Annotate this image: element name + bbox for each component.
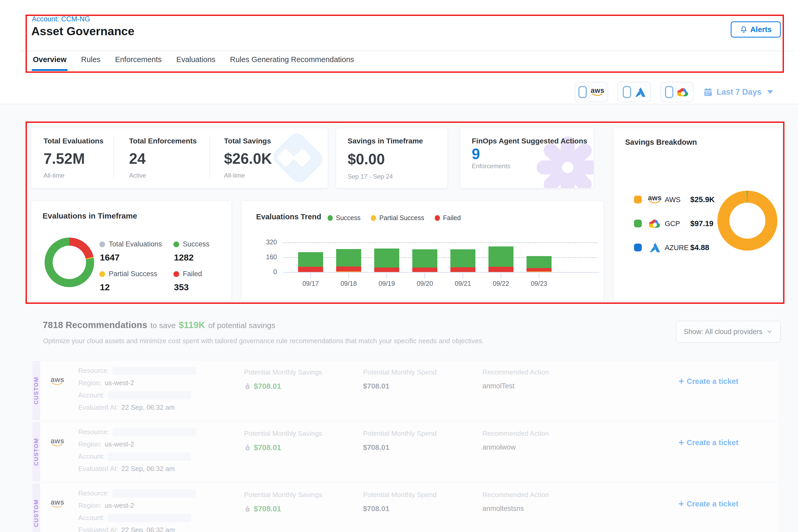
date-range-picker[interactable]: Last 7 Days — [703, 87, 773, 97]
azure-color-swatch — [634, 244, 642, 251]
azure-filter-toggle[interactable] — [618, 82, 651, 102]
tab-enforcements[interactable]: Enforcements — [114, 53, 163, 71]
aws-filter-toggle[interactable]: aws — [575, 82, 608, 102]
svg-text:$: $ — [247, 447, 249, 450]
money-bag-icon: $ — [244, 444, 251, 451]
gcp-filter-toggle[interactable] — [660, 82, 694, 102]
x-axis-label: 09/23 — [519, 280, 558, 287]
aws-checkbox[interactable] — [578, 86, 587, 98]
region-value: us-west-2 — [105, 379, 134, 387]
gcp-logo-icon — [649, 219, 661, 228]
tab-evaluations[interactable]: Evaluations — [175, 53, 216, 71]
x-axis-label: 09/20 — [405, 280, 444, 287]
savings-in-timeframe-card: Savings in Timeframe $0.00 Sep 17 - Sep … — [336, 128, 448, 188]
failed-dot — [173, 271, 179, 277]
tab-rules[interactable]: Rules — [80, 53, 101, 71]
redacted-value — [112, 428, 196, 436]
bar-segment — [374, 249, 399, 268]
savings-breakdown-donut-chart — [717, 191, 777, 251]
plus-icon: + — [679, 499, 684, 509]
x-axis-label: 09/22 — [481, 280, 520, 287]
legend-label: AWS — [665, 196, 681, 204]
stat-value: 7.52M — [43, 150, 113, 167]
account-breadcrumb[interactable]: Account: CCM-NG — [32, 15, 90, 23]
x-axis-label: 09/21 — [443, 280, 482, 287]
action-value: anmolwow — [482, 443, 516, 451]
redacted-value — [112, 367, 196, 375]
create-ticket-button[interactable]: +Create a ticket — [679, 438, 738, 447]
stat-value: 24 — [129, 150, 209, 167]
resource-details: Resource: Region:us-west-2 Account: Eval… — [78, 365, 196, 414]
recommendations-heading: 7818 Recommendations to save $119K of po… — [43, 320, 276, 330]
tab-bar: Overview Rules Enforcements Evaluations … — [32, 53, 355, 71]
create-ticket-label: Create a ticket — [687, 500, 738, 508]
alerts-button[interactable]: Alerts — [731, 21, 781, 38]
region-label: Region: — [78, 440, 102, 448]
spend-value: $708.01 — [363, 505, 390, 513]
money-bag-icon: $ — [244, 383, 251, 390]
col-label: Potential Monthly Savings — [244, 368, 322, 376]
create-ticket-button[interactable]: +Create a ticket — [679, 499, 738, 509]
create-ticket-button[interactable]: +Create a ticket — [679, 377, 738, 386]
tab-rules-generating-recommendations[interactable]: Rules Generating Recommendations — [229, 53, 355, 71]
svg-text:$: $ — [247, 508, 249, 511]
alerts-label: Alerts — [750, 25, 772, 34]
evaluations-donut-chart — [44, 238, 94, 287]
trend-legend: Success Partial Success Failed — [327, 214, 461, 222]
evaluations-trend-card: Evaluations Trend Success Partial Succes… — [241, 201, 604, 301]
evaluated-value: 22 Sep, 06:32 am — [121, 465, 175, 473]
resource-label: Resource: — [78, 489, 109, 497]
recommendations-subtitle: Optimize your cloud assets and minimize … — [43, 337, 484, 345]
stat-value: $0.00 — [348, 150, 439, 168]
bar-segment — [527, 256, 552, 268]
bar-segment — [527, 271, 552, 272]
finops-agent-card: FinOps Agent Suggested Actions 9 Enforce… — [460, 128, 594, 188]
custom-tag: CUSTOM — [32, 361, 40, 420]
legend-label: Total Evaluations — [109, 240, 162, 248]
evaluated-label: Evaluated At: — [78, 526, 118, 532]
header-divider — [20, 51, 794, 51]
account-label: Account: — [78, 453, 104, 460]
redacted-value — [108, 453, 191, 461]
tab-overview[interactable]: Overview — [32, 53, 68, 71]
bar-segment — [336, 249, 361, 266]
col-label: Recommended Action — [482, 368, 549, 376]
region-label: Region: — [78, 501, 102, 510]
x-tick — [424, 273, 425, 279]
col-label: Potential Monthly Savings — [244, 491, 322, 499]
col-label: Potential Monthly Spend — [363, 491, 437, 499]
potential-spend-col: Potential Monthly Spend $708.01 — [363, 368, 437, 391]
create-ticket-label: Create a ticket — [687, 377, 738, 386]
bar-segment — [450, 267, 475, 272]
azure-checkbox[interactable] — [623, 86, 631, 98]
x-axis-label: 09/18 — [329, 280, 368, 287]
bar-segment — [298, 267, 323, 272]
evaluated-value: 22 Sep, 06:32 am — [121, 403, 175, 412]
savings-breakdown-card: Savings Breakdown aws AWS $25.9K GCP $97… — [613, 128, 782, 301]
create-ticket-label: Create a ticket — [687, 438, 738, 447]
potential-savings-col: Potential Monthly Savings $$708.01 — [244, 430, 322, 452]
bar-segment — [489, 267, 513, 272]
total-evaluations-stat: Total Evaluations 7.52M All-time — [31, 137, 114, 179]
col-label: Recommended Action — [482, 430, 549, 438]
legend-value: 353 — [174, 282, 202, 292]
evaluated-value: 22 Sep, 06:32 am — [121, 526, 175, 532]
success-dot — [327, 215, 333, 221]
legend-value: 1282 — [174, 252, 209, 263]
gcp-checkbox[interactable] — [665, 86, 673, 98]
recommendations-count: 7818 Recommendations — [43, 320, 147, 330]
potential-spend-col: Potential Monthly Spend $708.01 — [363, 430, 437, 452]
cloud-provider-filter-dropdown[interactable]: Show: All cloud providers — [676, 321, 781, 343]
azure-logo-icon — [635, 87, 645, 97]
chevron-down-icon — [767, 90, 773, 94]
redacted-value — [108, 391, 191, 400]
savings-value: $708.01 — [254, 505, 281, 513]
legend-label: Success — [336, 214, 360, 222]
aws-logo-icon: aws — [591, 88, 605, 96]
legend-label: Success — [183, 240, 209, 248]
resource-label: Resource: — [78, 367, 109, 375]
legend-label: Failed — [443, 214, 461, 222]
card-title: Evaluations Trend — [256, 212, 321, 221]
x-tick — [463, 273, 463, 279]
legend-label: Failed — [183, 270, 202, 278]
